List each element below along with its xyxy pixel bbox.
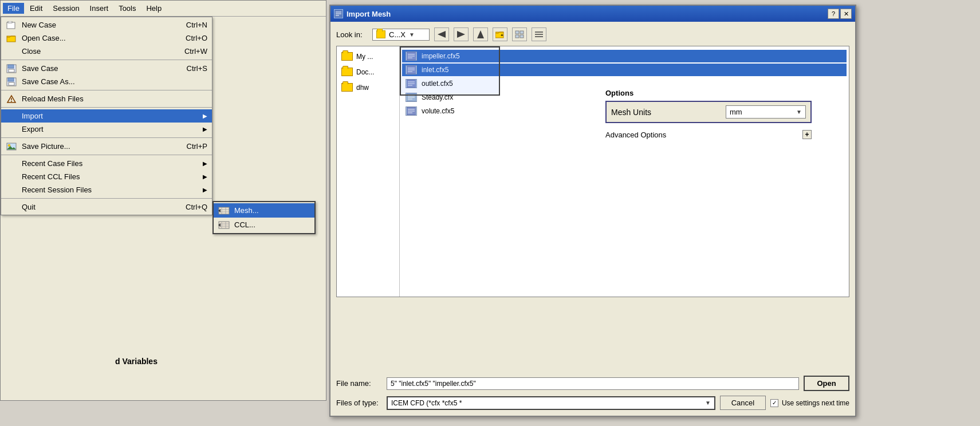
open-case-shortcut: Ctrl+O xyxy=(186,34,207,42)
new-case-shortcut: Ctrl+N xyxy=(186,21,207,29)
menu-item-quit[interactable]: Quit Ctrl+Q xyxy=(1,200,212,214)
svg-rect-39 xyxy=(520,35,524,38)
menu-edit[interactable]: Edit xyxy=(25,3,47,14)
menu-item-open-case[interactable]: Open Case... Ctrl+O xyxy=(1,31,212,45)
save-case-as-label: Save Case As... xyxy=(22,77,75,86)
recent-session-label: Recent Session Files xyxy=(22,186,92,194)
filetype-value: ICEM CFD (*cfx *cfx5 * xyxy=(391,399,462,407)
separator-2 xyxy=(1,90,212,90)
left-panel-dhw[interactable]: dhw xyxy=(339,81,397,94)
inlet-file-icon xyxy=(406,65,417,74)
file-steady-name: Steady.cfx xyxy=(422,93,453,101)
recent-case-label: Recent Case Files xyxy=(22,159,82,168)
left-panel-my[interactable]: My ... xyxy=(339,50,397,63)
svg-rect-4 xyxy=(8,65,14,68)
open-case-label: Open Case... xyxy=(22,34,66,42)
nav-up-btn[interactable] xyxy=(473,27,488,41)
menu-file[interactable]: File xyxy=(3,3,24,14)
nav-back-btn[interactable] xyxy=(434,27,449,41)
menu-item-save-picture[interactable]: Save Picture... Ctrl+P xyxy=(1,140,212,153)
import-arrow: ▶ xyxy=(203,113,207,119)
filetype-dropdown[interactable]: ICEM CFD (*cfx *cfx5 * ▼ xyxy=(387,396,715,410)
menu-item-recent-session[interactable]: Recent Session Files ▶ xyxy=(1,183,212,196)
menu-insert[interactable]: Insert xyxy=(85,3,113,14)
mesh-units-row: Mesh Units mm ▼ xyxy=(605,101,812,123)
file-item-inlet[interactable]: inlet.cfx5 xyxy=(402,64,847,76)
recent-session-arrow: ▶ xyxy=(203,187,207,193)
svg-point-13 xyxy=(8,144,10,147)
separator-5 xyxy=(1,155,212,155)
dialog-close-btn[interactable]: ✕ xyxy=(840,9,852,19)
mesh-units-label: Mesh Units xyxy=(611,108,720,117)
menu-item-close[interactable]: Close Ctrl+W xyxy=(1,45,212,58)
nav-new-folder-btn[interactable]: + xyxy=(493,27,507,41)
filetype-row: Files of type: ICEM CFD (*cfx *cfx5 * ▼ … xyxy=(336,396,849,410)
menu-help[interactable]: Help xyxy=(141,3,166,14)
left-panel-dhw-label: dhw xyxy=(356,84,369,92)
dialog-help-btn[interactable]: ? xyxy=(828,9,839,19)
open-button[interactable]: Open xyxy=(804,376,849,391)
recent-ccl-label: Recent CCL Files xyxy=(22,172,80,181)
nav-icons-btn[interactable] xyxy=(512,27,527,41)
menu-tools[interactable]: Tools xyxy=(114,3,140,14)
dialog-body: Look in: C...X ▼ + xyxy=(330,22,855,416)
options-panel: Options Mesh Units mm ▼ Advanced Options… xyxy=(605,89,812,141)
menu-item-recent-ccl[interactable]: Recent CCL Files ▶ xyxy=(1,170,212,183)
app-window: File Edit Session Insert Tools Help New … xyxy=(0,0,326,401)
filename-input[interactable] xyxy=(387,377,799,390)
file-volute-name: volute.cfx5 xyxy=(422,107,454,115)
file-item-outlet[interactable]: outlet.cfx5 xyxy=(402,77,847,90)
look-in-label: Look in: xyxy=(336,30,368,39)
svg-rect-38 xyxy=(515,35,519,38)
menu-item-import[interactable]: Import ▶ xyxy=(1,109,212,123)
dialog-controls: ? ✕ xyxy=(828,9,852,19)
left-panel-doc-label: Doc... xyxy=(356,68,374,76)
menu-item-recent-case[interactable]: Recent Case Files ▶ xyxy=(1,157,212,170)
separator-3 xyxy=(1,107,212,108)
left-panel-my-label: My ... xyxy=(356,53,373,61)
mesh-units-dropdown[interactable]: mm ▼ xyxy=(726,105,806,119)
menu-session[interactable]: Session xyxy=(48,3,84,14)
nav-list-btn[interactable] xyxy=(532,27,546,41)
import-submenu: Mesh... CCL... xyxy=(212,201,316,234)
look-in-arrow: ▼ xyxy=(409,31,415,38)
advanced-options-row: Advanced Options + xyxy=(605,128,812,141)
svg-rect-37 xyxy=(520,31,524,34)
menu-item-save-case[interactable]: Save Case Ctrl+S xyxy=(1,62,212,75)
save-case-as-icon xyxy=(6,77,17,86)
advanced-expand-btn[interactable]: + xyxy=(802,130,812,139)
left-panel-doc[interactable]: Doc... xyxy=(339,65,397,78)
svg-rect-1 xyxy=(8,21,12,23)
filename-row: File name: Open xyxy=(336,376,849,391)
reload-mesh-label: Reload Mesh Files xyxy=(22,94,84,103)
save-case-icon xyxy=(6,64,17,73)
nav-forward-btn[interactable] xyxy=(454,27,469,41)
menu-item-new-case[interactable]: New Case Ctrl+N xyxy=(1,18,212,31)
menu-item-reload-mesh[interactable]: Reload Mesh Files xyxy=(1,92,212,105)
submenu-item-mesh[interactable]: Mesh... xyxy=(214,203,314,218)
open-case-icon xyxy=(6,34,17,43)
svg-point-11 xyxy=(11,101,12,102)
save-picture-shortcut: Ctrl+P xyxy=(187,142,207,151)
volute-file-icon xyxy=(406,107,417,116)
use-settings-row: ✓ Use settings next time xyxy=(770,399,849,407)
dialog-titlebar: Import Mesh ? ✕ xyxy=(330,6,855,22)
save-case-shortcut: Ctrl+S xyxy=(187,64,207,73)
submenu-item-ccl[interactable]: CCL... xyxy=(214,218,314,232)
separator-1 xyxy=(1,60,212,60)
separator-4 xyxy=(1,137,212,138)
dialog-title: Import Mesh xyxy=(347,10,824,18)
menu-item-export[interactable]: Export ▶ xyxy=(1,123,212,136)
use-settings-checkbox[interactable]: ✓ xyxy=(770,399,778,407)
menu-item-save-case-as[interactable]: Save Case As... xyxy=(1,75,212,88)
cancel-button[interactable]: Cancel xyxy=(720,396,766,410)
file-item-impeller[interactable]: impeller.cfx5 xyxy=(402,50,847,62)
use-settings-label: Use settings next time xyxy=(782,399,849,407)
close-shortcut: Ctrl+W xyxy=(184,47,207,56)
quit-label: Quit xyxy=(22,203,36,211)
look-in-dropdown[interactable]: C...X ▼ xyxy=(372,29,430,41)
filetype-arrow: ▼ xyxy=(705,400,711,406)
dhw-folder-icon xyxy=(341,83,353,92)
mesh-icon xyxy=(218,206,230,215)
svg-rect-36 xyxy=(515,31,519,34)
